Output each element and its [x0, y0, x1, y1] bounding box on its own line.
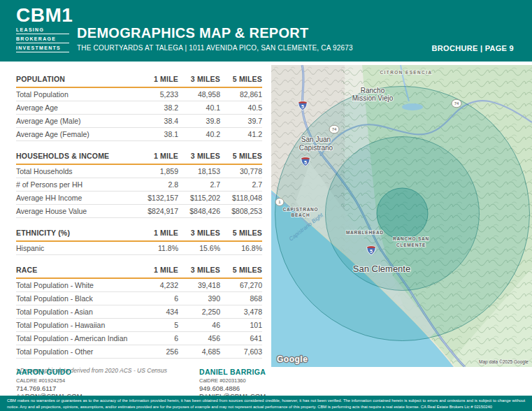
- row-value: 39.7: [220, 115, 262, 128]
- map-attribution: Map data ©2025 Google: [479, 359, 529, 365]
- table-header-row: RACE1 MILE3 MILES5 MILES: [16, 264, 262, 278]
- row-label: Total Population - Black: [16, 292, 136, 305]
- route-74-shield: 74: [329, 125, 339, 134]
- row-value: 256: [136, 345, 178, 359]
- google-logo[interactable]: Google: [277, 354, 308, 364]
- row-value: 18,153: [178, 164, 220, 178]
- column-header: 3 MILES: [178, 226, 220, 241]
- row-value: 4,685: [178, 345, 220, 359]
- row-label: Hispanic: [16, 241, 136, 255]
- ring-1-mile: [377, 188, 428, 239]
- column-header: 3 MILES: [178, 73, 220, 87]
- row-value: 40.1: [178, 101, 220, 115]
- row-label: # of Persons per HH: [16, 178, 136, 192]
- section-title: RACE: [16, 264, 136, 278]
- row-value: 5,233: [136, 87, 178, 101]
- table-row: Average Age38.240.140.5: [16, 101, 262, 115]
- row-label: Average Age: [16, 101, 136, 115]
- column-header: 5 MILES: [220, 73, 262, 87]
- svg-text:74: 74: [332, 127, 337, 131]
- row-value: 39.8: [178, 115, 220, 128]
- row-value: 30,778: [220, 164, 262, 178]
- title-block: DEMOGRAPHICS MAP & REPORT THE COURTYARDS…: [77, 25, 353, 52]
- label-rancho-san-clemente: CLEMENTE: [396, 243, 426, 247]
- row-value: 101: [220, 319, 262, 332]
- row-value: $118,048: [220, 192, 262, 205]
- section-title: HOUSEHOLDS & INCOME: [16, 150, 136, 164]
- table-row: Total Population - Other2564,6857,603: [16, 345, 262, 359]
- table-race: RACE1 MILE3 MILES5 MILESTotal Population…: [16, 264, 262, 359]
- row-value: $848,426: [178, 205, 220, 218]
- route-74-shield: 74: [452, 99, 461, 108]
- table-row: Total Population - White4,23239,41867,27…: [16, 278, 262, 292]
- row-label: Total Population - American Indian: [16, 332, 136, 345]
- label-rancho-mission-viejo: Mission Viejo: [352, 94, 394, 102]
- label-san-clemente: San Clemente: [353, 264, 410, 274]
- row-value: 2.7: [220, 178, 262, 192]
- contact-phone: 949.608.4886: [199, 384, 367, 392]
- disclaimer-bar: CBM makes no warranties or guarantees as…: [0, 396, 532, 411]
- radius-map[interactable]: 5 5 5 74 74 1: [271, 65, 532, 367]
- logo-division-leasing: LEASING: [16, 25, 69, 34]
- table-row: Average Age (Male)38.439.839.7: [16, 115, 262, 128]
- row-value: 16.8%: [220, 241, 262, 255]
- column-header: 1 MILE: [136, 264, 178, 278]
- label-san-juan-capistrano: San Juan: [301, 136, 331, 143]
- table-ethnicity: ETHNICITY (%)1 MILE3 MILES5 MILESHispani…: [16, 226, 262, 255]
- row-label: Average Age (Female): [16, 128, 136, 141]
- label-capistrano-beach: CAPISTRANO: [283, 207, 319, 212]
- row-value: 4,232: [136, 278, 178, 292]
- table-header-row: HOUSEHOLDS & INCOME1 MILE3 MILES5 MILES: [16, 150, 262, 164]
- row-value: 641: [220, 332, 262, 345]
- column-header: 1 MILE: [136, 150, 178, 164]
- row-value: 6: [136, 292, 178, 305]
- row-value: 40.2: [178, 128, 220, 141]
- svg-text:74: 74: [454, 101, 459, 106]
- column-header: 1 MILE: [136, 73, 178, 87]
- row-value: 2.7: [178, 178, 220, 192]
- route-1-shield: 1: [275, 199, 284, 206]
- table-row: Average Age (Female)38.140.241.2: [16, 128, 262, 141]
- row-value: 390: [178, 292, 220, 305]
- table-header-row: POPULATION1 MILE3 MILES5 MILES: [16, 73, 262, 87]
- table-households-income: HOUSEHOLDS & INCOME1 MILE3 MILES5 MILEST…: [16, 150, 262, 218]
- disclaimer-text: CBM makes no warranties or guarantees as…: [7, 398, 525, 410]
- contact-name: DANIEL BARRIGA: [199, 368, 367, 377]
- brochure-page: CBM1 LEASING BROKERAGE INVESTMENTS DEMOG…: [0, 0, 532, 411]
- row-value: $808,253: [220, 205, 262, 218]
- logo-division-brokerage: BROKERAGE: [16, 34, 69, 43]
- label-rancho-mission-viejo: Rancho: [361, 87, 385, 94]
- table-row: Total Population5,23348,95882,861: [16, 87, 262, 101]
- row-value: 2.8: [136, 178, 178, 192]
- row-label: Average House Value: [16, 205, 136, 218]
- header: CBM1 LEASING BROKERAGE INVESTMENTS DEMOG…: [0, 0, 532, 62]
- row-value: 38.4: [136, 115, 178, 128]
- section-title: ETHNICITY (%): [16, 226, 136, 241]
- row-value: 38.2: [136, 101, 178, 115]
- label-san-juan-capistrano: Capistrano: [299, 144, 333, 152]
- row-value: $115,202: [178, 192, 220, 205]
- column-header: 5 MILES: [220, 264, 262, 278]
- row-value: 15.6%: [178, 241, 220, 255]
- table-row: # of Persons per HH2.82.72.7: [16, 178, 262, 192]
- table-row: Total Population - Black6390868: [16, 292, 262, 305]
- table-header-row: ETHNICITY (%)1 MILE3 MILES5 MILES: [16, 226, 262, 241]
- row-value: 39,418: [178, 278, 220, 292]
- row-value: 5: [136, 319, 178, 332]
- table-row: Average House Value$824,917$848,426$808,…: [16, 205, 262, 218]
- column-header: 1 MILE: [136, 226, 178, 241]
- svg-text:5: 5: [370, 249, 373, 254]
- logo-division-investments: INVESTMENTS: [16, 43, 69, 52]
- row-label: Total Households: [16, 164, 136, 178]
- table-row: Average HH Income$132,157$115,202$118,04…: [16, 192, 262, 205]
- map-svg: 5 5 5 74 74 1: [271, 65, 532, 367]
- row-label: Total Population - Other: [16, 345, 136, 359]
- demographics-tables: POPULATION1 MILE3 MILES5 MILESTotal Popu…: [16, 73, 262, 374]
- row-value: 38.1: [136, 128, 178, 141]
- column-header: 3 MILES: [178, 264, 220, 278]
- row-label: Average Age (Male): [16, 115, 136, 128]
- row-label: Average HH Income: [16, 192, 136, 205]
- contact-license: CALDRE #01924254: [16, 377, 184, 384]
- label-rancho-san-clemente: RANCHO SAN: [393, 236, 429, 241]
- logo-text: CBM1: [16, 6, 69, 25]
